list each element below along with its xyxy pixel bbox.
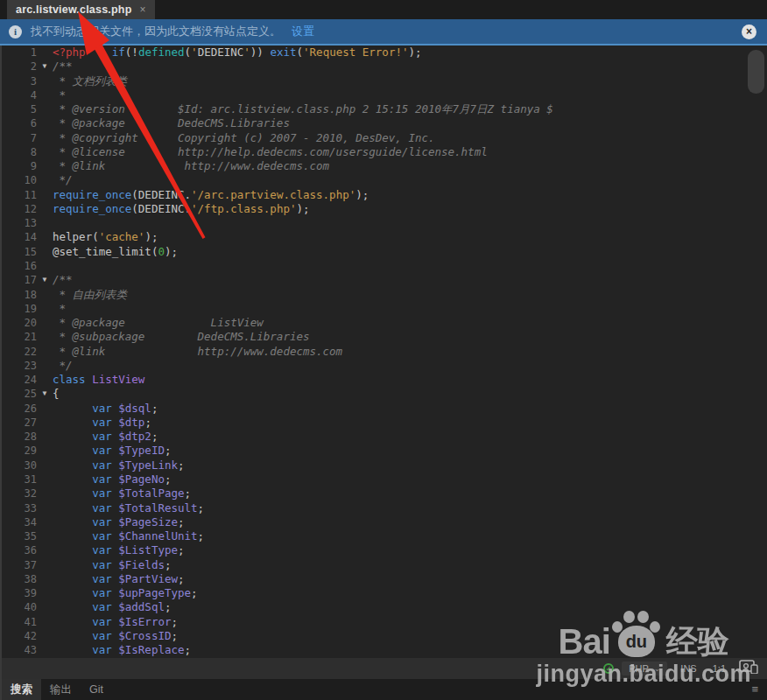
line-number: 15 bbox=[2, 245, 37, 259]
chevron-down-icon: ⌄ bbox=[654, 664, 661, 673]
notification-close-icon[interactable]: × bbox=[742, 24, 756, 39]
code-line: 3 * 文档列表类 bbox=[2, 74, 767, 88]
line-number: 34 bbox=[2, 515, 37, 529]
fold-gutter bbox=[37, 173, 53, 187]
code-text: var $dsql; bbox=[53, 402, 158, 416]
code-line: 24class ListView bbox=[2, 373, 767, 387]
fold-gutter bbox=[37, 259, 53, 273]
dreamweaver-window: arc.listview.class.php × i 找不到动态相关文件，因为此… bbox=[0, 0, 767, 700]
fold-gutter bbox=[37, 416, 53, 430]
fold-gutter bbox=[37, 558, 53, 572]
code-text: helper('cache'); bbox=[53, 230, 158, 244]
code-line: 37 var $Fields; bbox=[2, 558, 767, 572]
info-icon: i bbox=[9, 25, 22, 38]
notification-setup-link[interactable]: 设置 bbox=[292, 24, 314, 39]
code-line: 35 var $ChannelUnit; bbox=[2, 529, 767, 543]
line-number: 42 bbox=[2, 629, 37, 643]
code-text: class ListView bbox=[53, 373, 144, 387]
line-number: 39 bbox=[2, 586, 37, 600]
code-text: var $TypeID; bbox=[53, 444, 171, 458]
line-number: 11 bbox=[2, 188, 37, 202]
code-line: 25▼{ bbox=[2, 387, 767, 401]
code-text: var $Fields; bbox=[53, 558, 171, 572]
fold-gutter bbox=[37, 202, 53, 216]
line-number: 36 bbox=[2, 543, 37, 557]
code-text: @set_time_limit(0); bbox=[53, 245, 178, 259]
line-number: 8 bbox=[2, 145, 37, 159]
code-line: 27 var $dtp; bbox=[2, 416, 767, 430]
fold-gutter bbox=[37, 643, 53, 657]
line-number: 30 bbox=[2, 458, 37, 472]
notification-message: 找不到动态相关文件，因为此文档没有站点定义。 bbox=[31, 24, 281, 39]
tab-close-icon[interactable]: × bbox=[139, 4, 145, 15]
line-number: 31 bbox=[2, 472, 37, 486]
fold-gutter bbox=[37, 586, 53, 600]
line-number: 16 bbox=[2, 259, 37, 273]
device-preview-icon[interactable] bbox=[739, 660, 758, 677]
code-line: 32 var $TotalPage; bbox=[2, 486, 767, 500]
code-text: * @license http://help.dedecms.com/users… bbox=[53, 145, 488, 159]
fold-gutter bbox=[37, 486, 53, 500]
line-number: 5 bbox=[2, 102, 37, 116]
fold-gutter bbox=[37, 245, 53, 259]
vertical-scrollbar-thumb[interactable] bbox=[748, 50, 764, 94]
code-text: var $dtp; bbox=[53, 416, 151, 430]
code-text: * bbox=[53, 88, 66, 102]
fold-arrow-icon[interactable]: ▼ bbox=[37, 60, 53, 74]
code-line: 1<?php if(!defined('DEDEINC')) exit('Req… bbox=[2, 46, 767, 60]
code-text: */ bbox=[53, 173, 73, 187]
code-text: /** bbox=[53, 60, 73, 74]
fold-gutter bbox=[37, 345, 53, 359]
line-number: 28 bbox=[2, 430, 37, 444]
line-number: 37 bbox=[2, 558, 37, 572]
code-text: * @package DedeCMS.Libraries bbox=[53, 116, 290, 130]
fold-gutter bbox=[37, 102, 53, 116]
code-line: 30 var $TypeLink; bbox=[2, 458, 767, 472]
code-line: 5 * @version $Id: arc.listview.class.php… bbox=[2, 102, 767, 116]
code-line: 40 var $addSql; bbox=[2, 600, 767, 614]
code-text: * bbox=[53, 302, 66, 316]
code-text: */ bbox=[53, 359, 73, 373]
line-number: 40 bbox=[2, 600, 37, 614]
line-number: 20 bbox=[2, 316, 37, 330]
fold-gutter bbox=[37, 145, 53, 159]
code-text: var $PageSize; bbox=[53, 515, 185, 529]
code-line: 28 var $dtp2; bbox=[2, 430, 767, 444]
language-selector[interactable]: PHP ⌄ bbox=[622, 662, 667, 676]
code-line: 11require_once(DEDEINC.'/arc.partview.cl… bbox=[2, 188, 767, 202]
code-line: 7 * @copyright Copyright (c) 2007 - 2010… bbox=[2, 131, 767, 145]
line-number: 9 bbox=[2, 159, 37, 173]
fold-gutter bbox=[37, 302, 53, 316]
code-editor[interactable]: 1<?php if(!defined('DEDEINC')) exit('Req… bbox=[0, 46, 767, 658]
code-text: var $IsReplace; bbox=[53, 643, 191, 657]
fold-gutter bbox=[37, 46, 53, 60]
panel-tab-search[interactable]: 搜索 bbox=[2, 679, 41, 700]
code-line: 42 var $CrossID; bbox=[2, 629, 767, 643]
fold-gutter bbox=[37, 543, 53, 557]
code-text: var $PageNo; bbox=[53, 472, 171, 486]
code-line: 15@set_time_limit(0); bbox=[2, 245, 767, 259]
line-number: 14 bbox=[2, 230, 37, 244]
code-line: 23 */ bbox=[2, 359, 767, 373]
fold-gutter bbox=[37, 131, 53, 145]
tab-arc-listview[interactable]: arc.listview.class.php × bbox=[7, 0, 155, 19]
fold-arrow-icon[interactable]: ▼ bbox=[37, 387, 53, 401]
line-number: 13 bbox=[2, 216, 37, 230]
code-text: * @link http://www.dedecms.com bbox=[53, 159, 329, 173]
line-number: 17 bbox=[2, 273, 37, 287]
fold-gutter bbox=[37, 359, 53, 373]
line-number: 23 bbox=[2, 359, 37, 373]
line-number: 1 bbox=[2, 46, 37, 60]
code-line: 14helper('cache'); bbox=[2, 230, 767, 244]
panel-tab-git[interactable]: Git bbox=[81, 679, 112, 700]
code-line: 29 var $TypeID; bbox=[2, 444, 767, 458]
tab-title: arc.listview.class.php bbox=[16, 4, 131, 16]
panel-menu-icon[interactable]: ≡ bbox=[751, 683, 758, 696]
fold-gutter bbox=[37, 74, 53, 88]
line-number: 43 bbox=[2, 643, 37, 657]
fold-arrow-icon[interactable]: ▼ bbox=[37, 273, 53, 287]
code-line: 33 var $TotalResult; bbox=[2, 501, 767, 515]
panel-tab-output[interactable]: 输出 bbox=[41, 679, 81, 700]
code-text: var $ListType; bbox=[53, 543, 185, 557]
fold-gutter bbox=[37, 402, 53, 416]
